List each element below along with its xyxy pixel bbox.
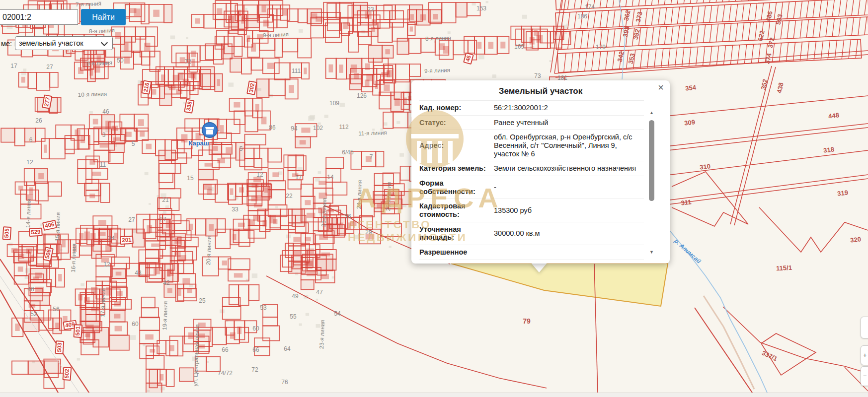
- field-value: 56:21:3002001:2: [494, 104, 644, 112]
- field-label: Статус:: [419, 119, 494, 127]
- field-label: Категория земель:: [419, 164, 494, 173]
- field-value: обл. Оренбургская, р-н Оренбургский, с/с…: [494, 133, 644, 158]
- horizontal-scrollbar[interactable]: [0, 393, 868, 397]
- field-label: Разрешенное: [419, 248, 494, 257]
- info-row: Кад. номер:56:21:3002001:2: [419, 101, 644, 116]
- info-row: Статус:Ранее учтенный: [419, 116, 644, 131]
- find-button[interactable]: Найти: [81, 9, 126, 25]
- field-value: -: [494, 183, 644, 192]
- shop-icon: [205, 127, 214, 130]
- zoom-out-button[interactable]: −: [861, 366, 868, 386]
- zoom-in-button[interactable]: +: [861, 345, 868, 365]
- field-value: Земли сельскохозяйственного назначения: [494, 164, 644, 173]
- field-value: Ранее учтенный: [494, 119, 644, 127]
- settlement-marker[interactable]: [202, 122, 218, 138]
- popup-title: Земельный участок: [411, 86, 670, 96]
- object-type-label: ме:: [1, 40, 12, 48]
- field-label: Форма собственности:: [419, 179, 494, 196]
- scroll-down-icon[interactable]: ▼: [648, 250, 655, 255]
- field-label: Адрес:: [419, 141, 494, 150]
- field-value: 135300 руб: [494, 206, 644, 215]
- popup-tail-pointer: [531, 263, 548, 272]
- close-icon[interactable]: ×: [658, 82, 664, 92]
- parcel-info-popup: Земельный участок × Кад. номер:56:21:300…: [411, 80, 670, 264]
- popup-body: Кад. номер:56:21:3002001:2Статус:Ранее у…: [419, 100, 644, 264]
- scroll-up-icon[interactable]: ▲: [648, 110, 655, 115]
- map-control-button[interactable]: [861, 317, 868, 338]
- info-row: Форма собственности:-: [419, 176, 644, 199]
- popup-scrollbar[interactable]: ▲ ▼: [648, 110, 655, 255]
- scrollbar-thumb[interactable]: [649, 120, 654, 201]
- cadastral-map-page: 7-я линия8-я линия9-я линия10-я линия9-я…: [0, 0, 868, 397]
- selected-option: земельный участок: [19, 39, 83, 47]
- field-label: Кадастровая стоимость:: [419, 202, 494, 218]
- field-value: 30000.00 кв.м: [494, 229, 644, 238]
- field-label: Уточненная площадь:: [419, 225, 494, 242]
- info-row: Уточненная площадь:30000.00 кв.м: [419, 222, 644, 245]
- info-row: Адрес:обл. Оренбургская, р-н Оренбургски…: [419, 130, 644, 161]
- cadastral-search-input[interactable]: [0, 9, 78, 25]
- info-row: Разрешенное: [419, 245, 644, 260]
- field-label: Кад. номер:: [419, 104, 494, 112]
- object-type-select[interactable]: земельный участок: [15, 36, 113, 50]
- info-row: Категория земель:Земли сельскохозяйствен…: [419, 161, 644, 176]
- info-row: Кадастровая стоимость:135300 руб: [419, 199, 644, 222]
- chevron-down-icon: [101, 39, 108, 46]
